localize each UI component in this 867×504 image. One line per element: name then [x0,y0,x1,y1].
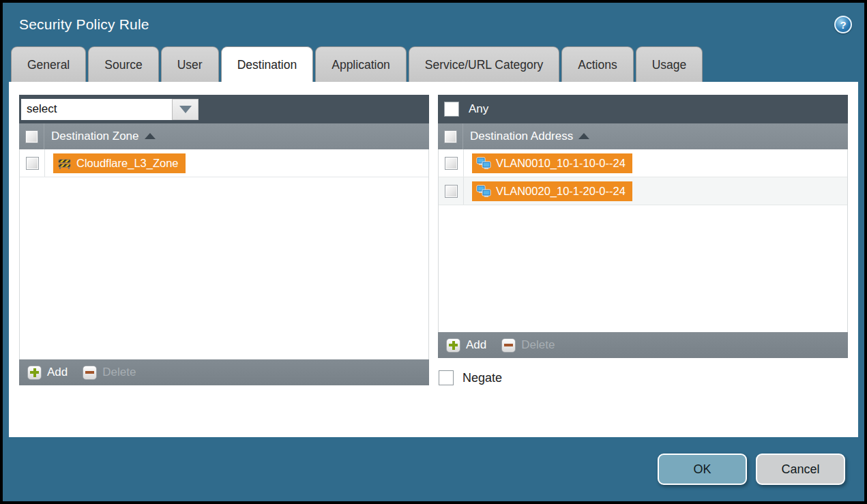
address-column-header[interactable]: Destination Address [438,123,848,149]
any-bar: Any [438,95,848,123]
sort-ascending-icon [145,133,156,139]
negate-checkbox[interactable] [439,370,454,385]
zone-select-dropdown-button[interactable] [172,99,199,120]
address-row-checkbox[interactable] [445,185,458,198]
tab-actions[interactable]: Actions [561,46,633,82]
tab-user[interactable]: User [161,46,219,82]
zone-select-combobox [21,99,199,120]
tab-destination[interactable]: Destination [221,46,314,82]
tab-service-url-category[interactable]: Service/URL Category [409,46,559,82]
zone-select-all-checkbox[interactable] [25,130,38,143]
tab-bar: General Source User Destination Applicat… [3,46,864,82]
dialog-titlebar: Security Policy Rule ? [3,3,864,46]
any-checkbox[interactable] [444,102,459,117]
any-label: Any [469,102,488,116]
zone-column-title: Destination Zone [51,130,139,143]
tab-content-destination: Destination Zone [9,82,858,437]
address-row-checkbox[interactable] [445,157,458,170]
chevron-down-icon [179,106,192,113]
zone-row-checkbox[interactable] [26,157,39,170]
zone-row[interactable]: Cloudflare_L3_Zone [20,149,428,177]
address-row[interactable]: VLAN0010_10-1-10-0--24 [439,149,847,177]
negate-row: Negate [438,370,848,385]
tab-usage[interactable]: Usage [636,46,703,82]
destination-zone-panel: Destination Zone [19,95,429,385]
address-chip[interactable]: VLAN0010_10-1-10-0--24 [472,153,632,173]
ok-button[interactable]: OK [658,454,747,485]
tab-application[interactable]: Application [315,46,407,82]
sort-ascending-icon [578,133,589,139]
minus-icon [83,366,97,380]
zone-name: Cloudflare_L3_Zone [76,157,179,170]
address-add-button[interactable]: Add [446,338,486,353]
plus-icon [27,366,42,380]
security-policy-rule-dialog: Security Policy Rule ? General Source Us… [0,0,867,504]
zone-select-input[interactable] [21,99,172,120]
dialog-title: Security Policy Rule [19,16,149,33]
address-chip[interactable]: VLAN0020_10-1-20-0--24 [472,181,632,201]
address-row[interactable]: VLAN0020_10-1-20-0--24 [439,177,847,205]
address-name: VLAN0020_10-1-20-0--24 [496,185,626,198]
address-delete-button[interactable]: Delete [501,338,555,353]
cancel-button[interactable]: Cancel [756,454,845,485]
help-icon[interactable]: ? [834,16,852,33]
destination-address-panel: Any Destination Address [438,95,848,385]
zone-column-header[interactable]: Destination Zone [19,123,429,149]
minus-icon [501,338,516,353]
zone-footer: Add Delete [19,359,429,385]
address-icon [476,185,491,198]
zone-add-button[interactable]: Add [27,366,68,380]
zone-chip[interactable]: Cloudflare_L3_Zone [53,153,186,173]
zone-list: Cloudflare_L3_Zone [19,149,429,359]
address-icon [476,157,491,170]
address-select-all-checkbox[interactable] [444,130,457,143]
address-name: VLAN0010_10-1-10-0--24 [496,157,626,170]
address-list: VLAN0010_10-1-10-0--24 [438,149,848,332]
tab-source[interactable]: Source [88,46,158,82]
dialog-footer: OK Cancel [3,437,864,501]
address-column-title: Destination Address [470,130,573,143]
zone-icon [57,158,72,169]
negate-label: Negate [462,371,502,385]
tab-general[interactable]: General [11,46,86,82]
zone-delete-button[interactable]: Delete [83,366,136,380]
address-footer: Add Delete [438,332,848,358]
plus-icon [446,338,460,353]
zone-filter-bar [19,95,429,123]
